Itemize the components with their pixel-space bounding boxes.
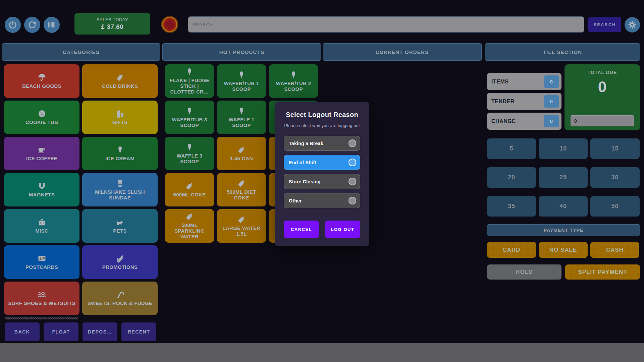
cancel-button[interactable]: CANCEL — [284, 221, 319, 238]
split-payment-button[interactable]: SPLIT PAYMENT — [565, 264, 640, 280]
category-tile-label: PROMOTIONS — [102, 264, 138, 270]
scroll-indicator[interactable] — [5, 317, 78, 319]
category-tile-label: BEACH GOODS — [22, 83, 61, 89]
doublecheck-icon — [116, 254, 124, 263]
power-icon — [8, 20, 17, 29]
umbrella-icon — [38, 73, 46, 82]
waves-icon — [38, 290, 46, 299]
logout-reason-option-taking-a-break[interactable]: Taking a Break — [284, 136, 360, 151]
category-tile-ice-coffee[interactable]: ICE COFFEE — [4, 137, 79, 170]
modal-actions: CANCEL LOG OUT — [284, 221, 360, 238]
bottle-icon — [185, 212, 194, 221]
counter-items: ITEMS0 — [487, 73, 561, 90]
icecream-icon — [185, 143, 194, 152]
quick-amount-10[interactable]: 10 — [539, 138, 588, 159]
blender-icon — [116, 179, 124, 188]
product-tile-waffle-3-scoop[interactable]: WAFFLE 3 SCOOP — [165, 137, 214, 170]
till-section-header: TILL SECTION — [485, 43, 640, 61]
category-tile-magnets[interactable]: MAGNETS — [4, 173, 79, 206]
refresh-button[interactable] — [24, 17, 40, 33]
footer-button-depos[interactable]: DEPOS… — [83, 322, 117, 341]
category-tile-pets[interactable]: PETS — [82, 209, 158, 243]
hold-button[interactable]: HOLD — [487, 264, 561, 280]
category-tile-label: MISC — [35, 228, 48, 234]
counter-label: CHANGE — [491, 118, 516, 124]
category-tile-milkshake-slush-sundae[interactable]: MILKSHAKE SLUSH SUNDAE — [82, 173, 158, 206]
bottle-icon — [237, 179, 246, 188]
bottle-icon — [237, 215, 246, 224]
category-tile-cold-drinks[interactable]: COLD DRINKS — [82, 64, 158, 98]
quick-amount-50[interactable]: 50 — [590, 196, 640, 217]
gear-icon — [628, 20, 637, 29]
quick-amount-25[interactable]: 25 — [539, 167, 588, 188]
category-tile-sweets-rock-fudge[interactable]: SWEETS, ROCK & FUDGE — [82, 282, 158, 315]
category-tile-label: COOKIE TUB — [25, 120, 58, 125]
product-tile-wafer-tub-2-scoop[interactable]: WAFER/TUB 2 SCOOP — [269, 64, 318, 98]
icecream-icon — [237, 107, 246, 115]
gift-icon — [116, 109, 124, 118]
category-tile-gifts[interactable]: GIFTS — [82, 101, 158, 134]
product-tile-label: WAFER/TUB 1 SCOOP — [220, 81, 263, 92]
hot-products-header: HOT PRODUCTS — [162, 43, 321, 61]
category-tile-postcards[interactable]: POSTCARDS — [4, 245, 79, 279]
icecream-icon — [185, 67, 194, 76]
footer-button-float[interactable]: FLOAT — [44, 322, 78, 341]
product-tile-500ml-sparkling-water[interactable]: 500ML SPARKLING WATER — [165, 209, 214, 243]
logout-reason-option-store-closing[interactable]: Store Closing — [284, 174, 360, 189]
amount-input[interactable] — [571, 115, 634, 126]
category-tile-label: ICE COFFEE — [26, 156, 57, 162]
category-tile-label: SWEETS, ROCK & FUDGE — [88, 301, 153, 306]
barcode-icon — [47, 20, 56, 29]
logout-reason-option-other[interactable]: Other — [284, 193, 360, 208]
product-tile-500ml-diet-coke[interactable]: 500ML DIET COKE — [217, 173, 266, 206]
total-due-panel: TOTAL DUE 0 — [565, 64, 640, 130]
product-tile-wafer-tub-3-scoop[interactable]: WAFER/TUB 3 SCOOP — [165, 101, 214, 134]
payment-cash-button[interactable]: CASH — [590, 242, 639, 258]
logout-reason-modal: Select Logout Reason Please select why y… — [275, 102, 369, 246]
counter-value-badge: 0 — [544, 115, 559, 127]
magnet-icon — [38, 182, 46, 190]
product-tile-waffle-1-scoop[interactable]: WAFFLE 1 SCOOP — [217, 101, 266, 134]
modal-title: Select Logout Reason — [286, 111, 358, 119]
logout-reason-option-end-of-shift[interactable]: End of Shift — [284, 155, 360, 170]
category-tile-cookie-tub[interactable]: COOKIE TUB — [4, 101, 79, 134]
pos-screen: SALES TODAY £ 37.60 SEARCH CATEGORIES HO… — [0, 0, 644, 362]
quick-amount-30[interactable]: 30 — [590, 167, 640, 188]
till-counters: ITEMS0TENDER0CHANGE0 — [487, 73, 561, 130]
search-input[interactable] — [188, 16, 584, 33]
product-tile-large-water-1-5l[interactable]: LARGE WATER 1.5L — [217, 209, 266, 243]
payment-card-button[interactable]: CARD — [487, 242, 536, 258]
product-tile-label: 500ML COKE — [173, 192, 206, 198]
category-tile-beach-goods[interactable]: BEACH GOODS — [4, 64, 79, 98]
product-tile-500ml-coke[interactable]: 500ML COKE — [165, 173, 214, 206]
payment-type-header: PAYMENT TYPE — [487, 224, 640, 236]
settings-button[interactable] — [625, 17, 640, 33]
quick-amount-15[interactable]: 15 — [590, 138, 640, 159]
product-tile-1-45-can[interactable]: 1.45 CAN — [217, 137, 266, 170]
icecream-icon — [116, 145, 124, 154]
logout-button[interactable]: LOG OUT — [325, 221, 360, 238]
category-tile-label: POSTCARDS — [25, 264, 58, 270]
quick-amount-40[interactable]: 40 — [539, 196, 588, 217]
barcode-button[interactable] — [44, 17, 60, 33]
quick-amount-5[interactable]: 5 — [487, 138, 536, 159]
category-tile-surf-shoes-wetsuits[interactable]: SURF SHOES & WETSUITS — [4, 282, 79, 315]
category-tile-promotions[interactable]: PROMOTIONS — [82, 245, 158, 279]
category-tile-misc[interactable]: MISC — [4, 209, 79, 243]
quick-amount-35[interactable]: 35 — [487, 196, 536, 217]
footer-button-recent[interactable]: RECENT — [121, 322, 156, 341]
product-tile-label: 500ML DIET COKE — [220, 189, 263, 201]
radio-unselected-icon — [348, 197, 356, 204]
payment-no-sale-button[interactable]: NO SALE — [539, 242, 588, 258]
product-tile-label: LARGE WATER 1.5L — [220, 226, 263, 237]
product-tile-flake-fudge-stick-clotted-cr[interactable]: FLAKE | FUDGE STICK | CLOTTED CR… — [165, 64, 214, 98]
footer-button-back[interactable]: BACK — [5, 322, 40, 341]
product-tile-wafer-tub-1-scoop[interactable]: WAFER/TUB 1 SCOOP — [217, 64, 266, 98]
power-button[interactable] — [5, 17, 21, 33]
category-tile-ice-cream[interactable]: ICE CREAM — [82, 137, 158, 170]
hold-split-row: HOLD SPLIT PAYMENT — [487, 264, 640, 280]
icecream-icon — [185, 107, 194, 115]
search-button[interactable]: SEARCH — [588, 17, 621, 32]
sales-today-label: SALES TODAY — [97, 17, 128, 22]
quick-amount-20[interactable]: 20 — [487, 167, 536, 188]
